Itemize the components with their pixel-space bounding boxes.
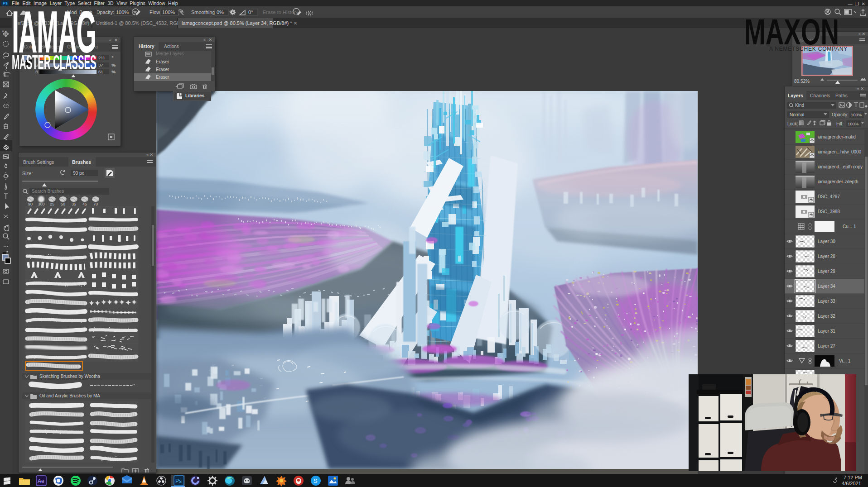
svg-text:Ps: Ps [175, 478, 182, 484]
svg-text:Lock:: Lock: [787, 121, 798, 126]
svg-text:Layer 33: Layer 33 [818, 299, 835, 304]
svg-text:Ae: Ae [38, 478, 44, 484]
svg-text:Size:: Size: [22, 171, 33, 176]
svg-text:90 px: 90 px [73, 171, 84, 176]
svg-text:S: S [313, 477, 318, 484]
svg-text:Layer 29: Layer 29 [818, 269, 835, 274]
svg-text:DSC_4297: DSC_4297 [818, 194, 840, 199]
svg-text:300: 300 [38, 202, 44, 206]
svg-text:iamagrend...epth copy: iamagrend...epth copy [818, 164, 863, 169]
svg-text:0°: 0° [248, 10, 253, 15]
svg-text:7:12 PM: 7:12 PM [844, 475, 862, 480]
svg-text:Vi... 1: Vi... 1 [839, 358, 851, 363]
svg-text:Smoothing:: Smoothing: [191, 10, 217, 15]
svg-text:Brushes: Brushes [72, 159, 91, 165]
svg-text:Erase to History: Erase to History [263, 10, 299, 15]
svg-text:iamagren...hdw_0000: iamagren...hdw_0000 [818, 149, 862, 154]
svg-text:35: 35 [72, 202, 76, 206]
svg-text:70: 70 [93, 202, 98, 206]
svg-text:Search Brushes: Search Brushes [32, 189, 64, 194]
svg-text:Layer 28: Layer 28 [818, 254, 835, 259]
svg-text:Layer 32: Layer 32 [818, 314, 835, 319]
svg-text:Kind: Kind [795, 103, 804, 108]
svg-text:0%: 0% [217, 10, 224, 15]
svg-text:Eraser: Eraser [156, 75, 169, 80]
svg-text:Brush Settings: Brush Settings [23, 159, 54, 165]
svg-text:80.52%: 80.52% [794, 79, 810, 84]
svg-text:Sketching Brushes by Wootha: Sketching Brushes by Wootha [39, 374, 100, 379]
svg-text:»: » [2, 29, 4, 33]
svg-text:Layer 31: Layer 31 [818, 329, 835, 334]
svg-text:« ✕: « ✕ [857, 86, 864, 91]
svg-text:Layer 34: Layer 34 [818, 284, 835, 289]
svg-text:Opacity:: Opacity: [832, 112, 849, 117]
svg-text:%: % [112, 69, 116, 74]
svg-text:25: 25 [50, 202, 54, 206]
svg-text:Cu... 1: Cu... 1 [843, 224, 856, 229]
svg-text:iamagrender-zdepth: iamagrender-zdepth [818, 179, 858, 184]
svg-text:100%: 100% [848, 121, 859, 126]
svg-text:100%: 100% [851, 112, 862, 117]
svg-text:iamagrender-matid: iamagrender-matid [818, 134, 856, 139]
svg-text:4/6/2021: 4/6/2021 [842, 481, 861, 486]
svg-text:Layer 27: Layer 27 [818, 344, 835, 349]
svg-text:61: 61 [98, 69, 103, 74]
svg-text:Layers: Layers [788, 93, 803, 98]
svg-text:Layer 30: Layer 30 [818, 239, 835, 244]
svg-text:50: 50 [61, 202, 65, 206]
svg-text:Normal: Normal [790, 112, 804, 117]
svg-text:Oil and Acrylic Brushes by MA: Oil and Acrylic Brushes by MA [39, 393, 100, 398]
svg-text:DSC_3988: DSC_3988 [818, 209, 840, 214]
svg-text:« ✕: « ✕ [146, 153, 153, 157]
svg-text:90: 90 [28, 202, 33, 206]
svg-text:Paths: Paths [835, 93, 848, 98]
svg-text:Channels: Channels [810, 93, 830, 98]
svg-text:45: 45 [82, 202, 87, 206]
svg-text:Fill:: Fill: [836, 121, 844, 126]
